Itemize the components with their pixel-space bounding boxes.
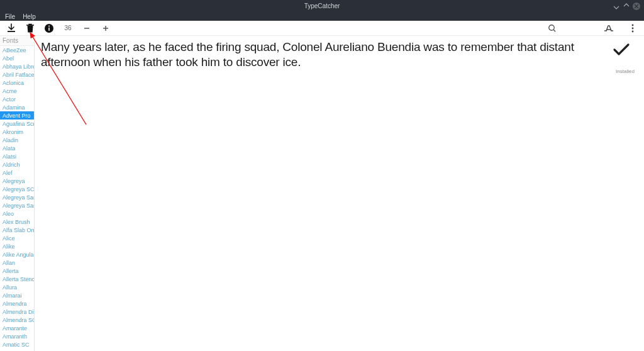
font-item[interactable]: Alegreya Sans SC <box>0 201 34 209</box>
font-item[interactable]: Almendra <box>0 299 34 308</box>
font-item[interactable]: Almendra SC <box>0 316 34 324</box>
font-item[interactable]: Alfa Slab One <box>0 226 34 234</box>
font-item[interactable]: Allerta Stencil <box>0 275 34 283</box>
menu-icon[interactable] <box>628 23 638 33</box>
font-item[interactable]: Acme <box>0 87 34 95</box>
titlebar: TypeCatcher <box>0 0 644 12</box>
preview-text: Many years later, as he faced the firing… <box>41 40 638 70</box>
installed-check-icon <box>613 42 638 57</box>
search-icon[interactable] <box>547 23 557 33</box>
sidebar-header: Fonts <box>0 36 34 46</box>
font-item[interactable]: Abhaya Libre <box>0 62 34 70</box>
increase-size-button[interactable] <box>101 23 111 33</box>
font-list[interactable]: ABeeZeeAbelAbhaya LibreAbril FatfaceAclo… <box>0 46 34 351</box>
menu-file[interactable]: File <box>5 13 15 20</box>
font-item[interactable]: Aldrich <box>0 160 34 169</box>
font-size-value: 36 <box>63 25 73 31</box>
font-item[interactable]: Alex Brush <box>0 218 34 226</box>
font-sidebar: Fonts ABeeZeeAbelAbhaya LibreAbril Fatfa… <box>0 36 35 351</box>
close-button[interactable] <box>633 3 640 10</box>
font-item[interactable]: Amarante <box>0 324 34 332</box>
window-title: TypeCatcher <box>304 3 340 9</box>
maximize-button[interactable] <box>623 3 630 10</box>
trash-icon[interactable] <box>25 23 35 33</box>
svg-rect-1 <box>48 27 50 30</box>
content-area: Fonts ABeeZeeAbelAbhaya LibreAbril Fatfa… <box>0 36 644 351</box>
window-controls <box>613 3 640 10</box>
svg-point-3 <box>549 25 554 30</box>
font-item[interactable]: Aladin <box>0 136 34 144</box>
font-item[interactable]: Advent Pro <box>0 111 34 120</box>
font-item[interactable]: Amaranth <box>0 332 34 340</box>
svg-point-2 <box>48 25 50 26</box>
font-item[interactable]: Alegreya Sans <box>0 193 34 201</box>
report-icon[interactable] <box>604 23 614 33</box>
toolbar: 36 <box>0 21 644 36</box>
decrease-size-button[interactable] <box>82 23 92 33</box>
info-icon[interactable] <box>44 23 54 33</box>
font-item[interactable]: Alatsi <box>0 152 34 160</box>
font-item[interactable]: Akronim <box>0 128 34 136</box>
font-item[interactable]: Aclonica <box>0 79 34 87</box>
font-item[interactable]: Adamina <box>0 103 34 111</box>
font-item[interactable]: Alike Angular <box>0 250 34 259</box>
install-status: Installed <box>613 42 638 74</box>
font-item[interactable]: Allerta <box>0 267 34 275</box>
font-item[interactable]: Alata <box>0 144 34 152</box>
font-item[interactable]: Alice <box>0 234 34 242</box>
minimize-button[interactable] <box>613 3 620 10</box>
svg-point-6 <box>632 30 634 32</box>
font-item[interactable]: Actor <box>0 95 34 103</box>
font-item[interactable]: Allura <box>0 283 34 291</box>
menubar: File Help <box>0 12 644 21</box>
font-item[interactable]: Alegreya SC <box>0 185 34 193</box>
font-item[interactable]: Alegreya <box>0 177 34 185</box>
svg-point-4 <box>632 24 634 26</box>
font-item[interactable]: Amatic SC <box>0 340 34 348</box>
installed-label: Installed <box>613 69 638 74</box>
font-item[interactable]: Almarai <box>0 291 34 299</box>
font-item[interactable]: Alef <box>0 169 34 177</box>
svg-point-5 <box>632 27 634 29</box>
font-item[interactable]: Abel <box>0 54 34 62</box>
font-item[interactable]: ABeeZee <box>0 46 34 54</box>
font-item[interactable]: Aguafina Script <box>0 120 34 128</box>
font-item[interactable]: Abril Fatface <box>0 70 34 79</box>
font-item[interactable]: Allan <box>0 259 34 267</box>
preview-pane: Many years later, as he faced the firing… <box>35 36 644 351</box>
font-item[interactable]: Aleo <box>0 209 34 218</box>
menu-help[interactable]: Help <box>23 13 36 20</box>
font-item[interactable]: Almendra Display <box>0 308 34 316</box>
font-item[interactable]: Alike <box>0 242 34 250</box>
download-icon[interactable] <box>6 23 16 33</box>
